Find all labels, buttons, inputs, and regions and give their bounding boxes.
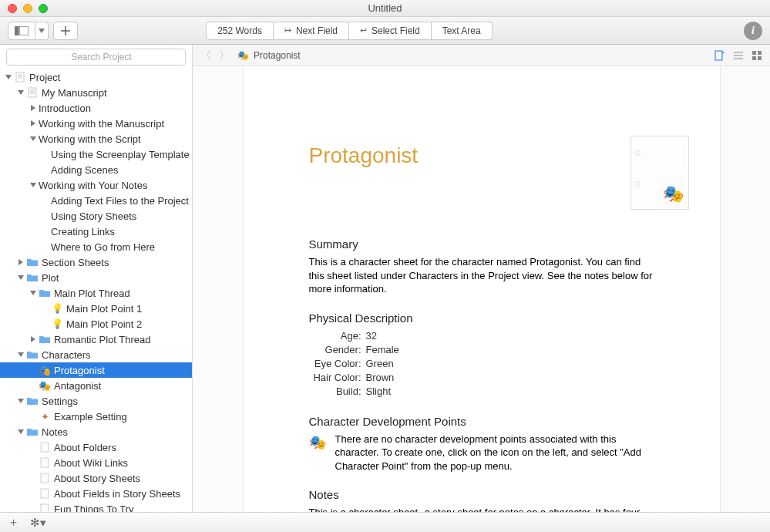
nav-forward[interactable]: 〉 bbox=[219, 49, 230, 62]
nav-back[interactable]: 〈 bbox=[200, 49, 211, 62]
tree-row[interactable]: About Story Sheets bbox=[0, 470, 192, 486]
add-item-button[interactable]: ＋ bbox=[8, 515, 19, 530]
view-outline-icon[interactable] bbox=[733, 50, 744, 61]
element-type[interactable]: Text Area bbox=[432, 22, 493, 40]
view-document-icon[interactable] bbox=[715, 50, 725, 61]
tree-row[interactable]: Plot bbox=[0, 270, 192, 285]
tree-row[interactable]: Adding Text Files to the Project bbox=[0, 193, 192, 208]
tree-row[interactable]: Section Sheets bbox=[0, 254, 192, 270]
page-icon bbox=[39, 487, 51, 500]
view-grid-icon[interactable] bbox=[752, 50, 762, 61]
tree-row[interactable]: Fun Things To Try bbox=[0, 501, 192, 512]
tree-row[interactable]: Adding Scenes bbox=[0, 162, 192, 177]
svg-rect-39 bbox=[758, 56, 762, 60]
tree-label: Settings bbox=[42, 396, 78, 407]
editor[interactable]: Protagonist 🎭 Summary This is a characte… bbox=[193, 66, 770, 512]
project-tree[interactable]: ProjectMy ManuscriptIntroductionWorking … bbox=[0, 69, 192, 512]
tree-label: Protagonist bbox=[54, 365, 105, 376]
tree-label: Using the Screenplay Template bbox=[51, 149, 190, 160]
word-count[interactable]: 252 Words bbox=[206, 22, 274, 40]
character-icon: 🎭 bbox=[39, 379, 51, 392]
tree-row[interactable]: Main Plot Thread bbox=[0, 285, 192, 301]
tree-row[interactable]: Creating Links bbox=[0, 224, 192, 239]
physical-row[interactable]: Gender:Female bbox=[309, 343, 654, 357]
tree-row[interactable]: 💡Main Plot Point 2 bbox=[0, 316, 192, 332]
return-icon: ↩ bbox=[360, 25, 367, 35]
folder-icon bbox=[26, 395, 39, 407]
tree-row[interactable]: Working with the Script bbox=[0, 131, 192, 146]
page-title: Protagonist bbox=[309, 143, 654, 168]
tree-row[interactable]: Settings bbox=[0, 393, 192, 409]
tree-row[interactable]: 🎭Antagonist bbox=[0, 378, 192, 393]
phys-label: Hair Color: bbox=[309, 371, 361, 385]
folder-icon bbox=[26, 348, 39, 361]
tree-row[interactable]: Using Story Sheets bbox=[0, 208, 192, 224]
tree-label: Main Plot Point 1 bbox=[66, 303, 142, 315]
tree-label: Using Story Sheets bbox=[51, 210, 136, 222]
summary-text[interactable]: This is a character sheet for the charac… bbox=[309, 255, 654, 296]
tree-label: Romantic Plot Thread bbox=[54, 334, 151, 345]
svg-rect-26 bbox=[41, 443, 49, 452]
tree-row[interactable]: Characters bbox=[0, 347, 192, 362]
tree-row[interactable]: Introduction bbox=[0, 100, 192, 116]
tree-row[interactable]: Working with Your Notes bbox=[0, 177, 192, 193]
svg-rect-37 bbox=[758, 51, 762, 55]
character-icon: 🎭 bbox=[39, 364, 51, 376]
sheet-thumbnail[interactable]: 🎭 bbox=[630, 136, 689, 210]
tree-label: Main Plot Thread bbox=[54, 288, 130, 299]
search-input[interactable] bbox=[6, 49, 186, 66]
tree-label: Project bbox=[29, 72, 60, 83]
project-icon bbox=[14, 71, 26, 83]
tree-row[interactable]: Project bbox=[0, 69, 192, 85]
folder-icon bbox=[39, 287, 51, 299]
next-field-button[interactable]: ↦Next Field bbox=[274, 22, 349, 40]
svg-rect-11 bbox=[29, 88, 36, 97]
svg-rect-27 bbox=[41, 458, 49, 467]
pathbar: 〈 〉 🎭 Protagonist bbox=[193, 45, 770, 66]
svg-marker-24 bbox=[18, 399, 24, 403]
phys-label: Age: bbox=[309, 329, 361, 343]
view-layout-button[interactable] bbox=[8, 22, 35, 40]
phys-value: Female bbox=[366, 343, 399, 357]
tree-label: About Fields in Story Sheets bbox=[54, 488, 180, 500]
page-icon bbox=[39, 503, 51, 512]
tree-row[interactable]: ✦Example Setting bbox=[0, 409, 192, 424]
tree-row[interactable]: Notes bbox=[0, 424, 192, 439]
physical-row[interactable]: Age:32 bbox=[309, 329, 654, 343]
page-icon bbox=[39, 441, 51, 453]
tree-row[interactable]: Romantic Plot Thread bbox=[0, 332, 192, 347]
physical-row[interactable]: Eye Color:Green bbox=[309, 357, 654, 371]
tree-row[interactable]: Working with the Manuscript bbox=[0, 116, 192, 131]
breadcrumb[interactable]: 🎭 Protagonist bbox=[237, 50, 301, 61]
tree-row[interactable]: About Wiki Links bbox=[0, 455, 192, 470]
phys-value: Slight bbox=[366, 385, 392, 399]
dev-mask-icon[interactable]: 🎭 bbox=[309, 434, 326, 451]
notes-intro[interactable]: This is a character sheet--a story sheet… bbox=[309, 506, 654, 512]
physical-heading: Physical Description bbox=[309, 311, 654, 325]
svg-marker-20 bbox=[18, 275, 24, 280]
lightbulb-icon: 💡 bbox=[51, 318, 63, 330]
tree-label: Fun Things To Try bbox=[54, 503, 134, 513]
tree-row[interactable]: About Fields in Story Sheets bbox=[0, 486, 192, 501]
info-button[interactable]: i bbox=[744, 22, 762, 40]
select-field-button[interactable]: ↩Select Field bbox=[349, 22, 432, 40]
tree-row[interactable]: Using the Screenplay Template bbox=[0, 146, 192, 162]
svg-marker-21 bbox=[30, 291, 36, 295]
tree-label: Working with the Script bbox=[39, 133, 141, 145]
tree-row[interactable]: 💡Main Plot Point 1 bbox=[0, 301, 192, 316]
summary-heading: Summary bbox=[309, 237, 654, 251]
physical-row[interactable]: Build:Slight bbox=[309, 385, 654, 399]
tree-label: Adding Scenes bbox=[51, 164, 118, 176]
folder-icon bbox=[26, 426, 39, 438]
tree-row[interactable]: Where to Go from Here bbox=[0, 239, 192, 254]
view-layout-dropdown[interactable] bbox=[35, 22, 49, 40]
physical-row[interactable]: Hair Color:Brown bbox=[309, 371, 654, 385]
tree-row[interactable]: 🎭Protagonist bbox=[0, 362, 192, 378]
word-count-label: 252 Words bbox=[217, 25, 262, 36]
dev-text: There are no character development point… bbox=[335, 433, 654, 473]
svg-rect-29 bbox=[41, 489, 49, 498]
action-menu-button[interactable]: ✻▾ bbox=[30, 516, 46, 530]
tree-row[interactable]: About Folders bbox=[0, 439, 192, 455]
tree-row[interactable]: My Manuscript bbox=[0, 85, 192, 100]
add-button[interactable] bbox=[53, 22, 78, 40]
